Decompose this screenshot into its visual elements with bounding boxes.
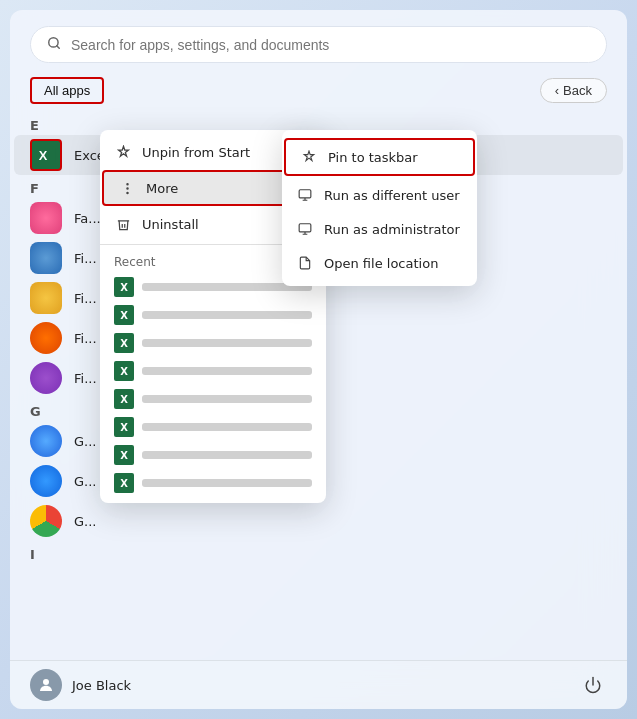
recent-item[interactable]: X	[100, 469, 326, 497]
chevron-left-icon: ‹	[555, 83, 559, 98]
pin-taskbar-icon	[300, 148, 318, 166]
recent-text	[142, 479, 312, 487]
svg-text:X: X	[39, 148, 48, 163]
recent-excel-icon: X	[114, 361, 134, 381]
uninstall-label: Uninstall	[142, 217, 199, 232]
svg-point-5	[126, 183, 127, 184]
recent-excel-icon: X	[114, 277, 134, 297]
svg-rect-7	[299, 190, 311, 198]
start-menu: All apps ‹ Back E X Excel F Fa... Fi..	[10, 10, 627, 709]
recent-text	[142, 395, 312, 403]
sub-context-menu: Pin to taskbar Run as different user Run…	[282, 130, 477, 286]
run-admin-icon	[296, 220, 314, 238]
app-name: G...	[74, 514, 96, 529]
recent-excel-icon: X	[114, 333, 134, 353]
search-icon	[47, 35, 61, 54]
run-admin-label: Run as administrator	[324, 222, 460, 237]
svg-line-1	[57, 46, 60, 49]
app-icon-fox	[30, 322, 62, 354]
all-apps-header: All apps ‹ Back	[10, 73, 627, 112]
user-section[interactable]: Joe Black	[30, 669, 131, 701]
recent-item[interactable]: X	[100, 441, 326, 469]
recent-excel-icon: X	[114, 473, 134, 493]
recent-text	[142, 451, 312, 459]
app-name: Fi...	[74, 331, 97, 346]
excel-app-icon: X	[30, 139, 62, 171]
svg-point-6	[126, 192, 127, 193]
recent-text	[142, 311, 312, 319]
more-label: More	[146, 181, 178, 196]
search-input[interactable]	[71, 37, 590, 53]
list-item[interactable]: G...	[14, 501, 623, 541]
app-icon-heart	[30, 202, 62, 234]
svg-point-9	[43, 679, 49, 685]
uninstall-icon	[114, 215, 132, 233]
recent-item[interactable]: X	[100, 357, 326, 385]
run-user-icon	[296, 186, 314, 204]
recent-excel-icon: X	[114, 445, 134, 465]
app-name: Fi...	[74, 291, 97, 306]
pin-taskbar-label: Pin to taskbar	[328, 150, 418, 165]
recent-item[interactable]: X	[100, 301, 326, 329]
avatar	[30, 669, 62, 701]
app-name: G...	[74, 434, 96, 449]
recent-item[interactable]: X	[100, 413, 326, 441]
all-apps-button[interactable]: All apps	[30, 77, 104, 104]
app-name: G...	[74, 474, 96, 489]
more-icon	[118, 179, 136, 197]
app-name: Fa...	[74, 211, 101, 226]
recent-excel-icon: X	[114, 389, 134, 409]
svg-rect-8	[299, 224, 311, 232]
app-icon-folder	[30, 282, 62, 314]
recent-item[interactable]: X	[100, 385, 326, 413]
app-icon-chat	[30, 242, 62, 274]
recent-excel-icon: X	[114, 417, 134, 437]
recent-item[interactable]: X	[100, 329, 326, 357]
back-button[interactable]: ‹ Back	[540, 78, 607, 103]
section-letter-i: I	[14, 541, 623, 564]
unpin-label: Unpin from Start	[142, 145, 250, 160]
recent-text	[142, 367, 312, 375]
app-icon-star	[30, 465, 62, 497]
user-name: Joe Black	[72, 678, 131, 693]
app-name: Fi...	[74, 371, 97, 386]
app-icon-chrome	[30, 505, 62, 537]
recent-text	[142, 339, 312, 347]
recent-excel-icon: X	[114, 305, 134, 325]
app-icon-owl	[30, 362, 62, 394]
power-button[interactable]	[579, 671, 607, 699]
open-location-icon	[296, 254, 314, 272]
taskbar: Joe Black	[10, 660, 627, 709]
search-bar[interactable]	[30, 26, 607, 63]
run-user-label: Run as different user	[324, 188, 460, 203]
open-location-label: Open file location	[324, 256, 438, 271]
sub-run-user-item[interactable]: Run as different user	[282, 178, 477, 212]
recent-text	[142, 423, 312, 431]
sub-pin-taskbar-item[interactable]: Pin to taskbar	[284, 138, 475, 176]
unpin-icon	[114, 143, 132, 161]
sub-run-admin-item[interactable]: Run as administrator	[282, 212, 477, 246]
sub-open-location-item[interactable]: Open file location	[282, 246, 477, 280]
svg-point-4	[126, 187, 127, 188]
app-name: Fi...	[74, 251, 97, 266]
app-icon-question	[30, 425, 62, 457]
